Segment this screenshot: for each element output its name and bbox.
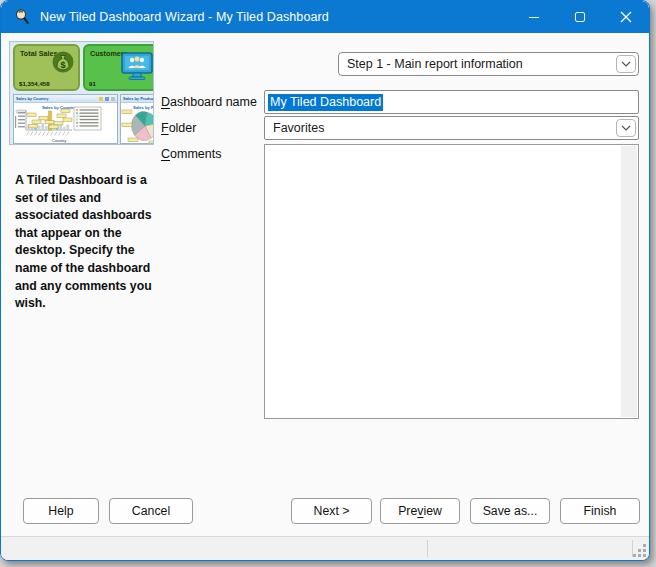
preview-tile-customers: Customers 91 (83, 44, 154, 91)
panel-toolbar-icons (99, 97, 115, 101)
export-icon (99, 97, 103, 101)
dashboard-name-label: Dashboard name (161, 95, 257, 109)
preview-label-pre: Pre (398, 504, 417, 518)
comments-label: Comments (161, 147, 221, 161)
minimize-icon (529, 17, 539, 18)
mini-bar-chart (14, 104, 117, 138)
panel-title: Sales by Product Category (123, 96, 154, 100)
label-mnemonic: D (161, 95, 170, 109)
step-selector-drop-button[interactable] (616, 55, 636, 73)
preview-panel-sales-by-country: Sales by Country Sales by Country (13, 94, 118, 144)
chevron-down-icon (621, 125, 631, 131)
close-button[interactable] (603, 1, 649, 33)
next-button[interactable]: Next > (291, 498, 372, 524)
svg-text:$: $ (60, 60, 65, 70)
grid-icon (111, 97, 115, 101)
step-selector-value: Step 1 - Main report information (347, 57, 523, 71)
tile-value: 91 (89, 80, 96, 87)
step-selector[interactable]: Step 1 - Main report information (338, 52, 639, 76)
folder-label: Folder (161, 121, 196, 135)
mini-chart-xlabel: Country (52, 139, 66, 144)
finish-button[interactable]: Finish (560, 498, 640, 524)
label-mnemonic: C (161, 147, 170, 161)
label-rest: older (169, 121, 197, 135)
panel-title: Sales by Country (16, 96, 48, 100)
selected-text: My Tiled Dashboard (268, 94, 383, 111)
label-rest: ashboard name (170, 95, 257, 109)
preview-button[interactable]: Preview (380, 498, 460, 524)
preview-label-post: iew (423, 504, 441, 518)
wizard-wand-icon (14, 9, 31, 26)
window-title: New Tiled Dashboard Wizard - My Tiled Da… (40, 10, 329, 24)
folder-select[interactable]: Favorites (264, 116, 639, 140)
maximize-icon (575, 12, 585, 22)
comments-textarea[interactable] (266, 146, 621, 417)
dashboard-preview: Total Sales $ $1,354,458 Customers (9, 41, 154, 145)
chevron-down-icon (621, 61, 631, 67)
panel-header: Sales by Product Category (121, 95, 154, 103)
label-rest: omments (170, 147, 221, 161)
folder-select-value: Favorites (273, 121, 324, 135)
maximize-button[interactable] (557, 1, 603, 33)
status-divider (427, 540, 428, 557)
status-bar (1, 536, 649, 560)
title-bar[interactable]: New Tiled Dashboard Wizard - My Tiled Da… (1, 1, 649, 33)
tile-value: $1,354,458 (19, 80, 50, 87)
money-bag-icon: $ (51, 51, 75, 77)
dashboard-name-input[interactable]: My Tiled Dashboard (264, 90, 639, 114)
refresh-icon (105, 97, 109, 101)
customers-monitor-icon (120, 52, 154, 82)
panel-header: Sales by Country (14, 95, 117, 103)
preview-tile-total-sales: Total Sales $ $1,354,458 (13, 44, 80, 91)
mini-pie-chart (121, 108, 154, 144)
cancel-button[interactable]: Cancel (109, 498, 193, 524)
preview-panel-sales-by-product: Sales by Product Category Sales by Produ… (120, 94, 154, 144)
minimize-button[interactable] (511, 1, 557, 33)
folder-select-drop-button[interactable] (616, 119, 636, 137)
description-text: A Tiled Dashboard is a set of tiles and … (15, 172, 158, 313)
resize-grip[interactable] (633, 544, 646, 557)
help-button[interactable]: Help (23, 498, 99, 524)
comments-scrollbar[interactable] (621, 146, 637, 417)
comments-field (264, 144, 639, 419)
save-as-button[interactable]: Save as... (470, 498, 550, 524)
label-mnemonic: F (161, 121, 169, 135)
wizard-window: New Tiled Dashboard Wizard - My Tiled Da… (0, 0, 650, 561)
close-icon (620, 11, 632, 23)
